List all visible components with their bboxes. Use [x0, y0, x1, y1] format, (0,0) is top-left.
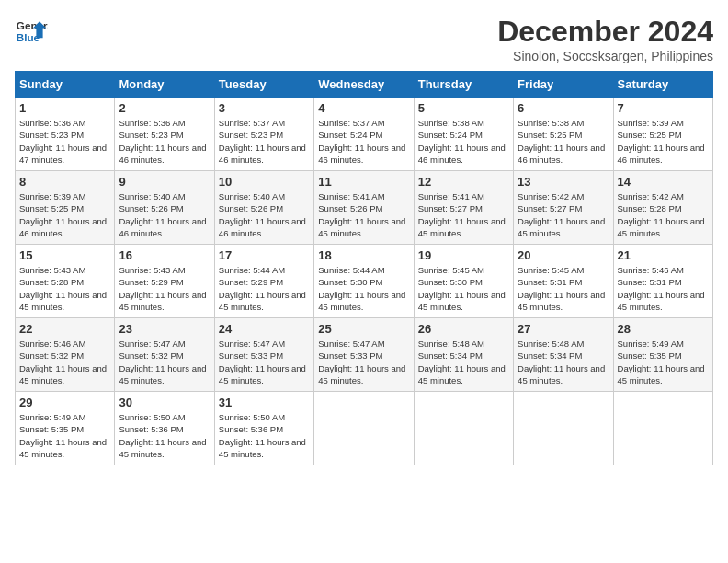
day-number: 8: [19, 175, 110, 189]
table-row: 27 Sunrise: 5:48 AMSunset: 5:34 PMDaylig…: [514, 318, 613, 392]
day-number: 13: [518, 175, 609, 189]
col-sunday: Sunday: [16, 72, 115, 98]
table-row: 19 Sunrise: 5:45 AMSunset: 5:30 PMDaylig…: [414, 245, 513, 318]
day-info: Sunrise: 5:50 AMSunset: 5:36 PMDaylight:…: [219, 411, 310, 460]
logo: General Blue: [15, 15, 48, 48]
table-row: 9 Sunrise: 5:40 AMSunset: 5:26 PMDayligh…: [115, 171, 214, 245]
day-number: 2: [119, 101, 210, 115]
table-row: 11 Sunrise: 5:41 AMSunset: 5:26 PMDaylig…: [314, 171, 414, 245]
table-row: 10 Sunrise: 5:40 AMSunset: 5:26 PMDaylig…: [214, 171, 313, 245]
day-info: Sunrise: 5:41 AMSunset: 5:26 PMDaylight:…: [318, 190, 409, 239]
table-row: 25 Sunrise: 5:47 AMSunset: 5:33 PMDaylig…: [314, 318, 414, 392]
day-number: 29: [19, 396, 110, 409]
day-number: 20: [518, 248, 609, 262]
col-monday: Monday: [115, 72, 214, 98]
day-number: 27: [518, 322, 609, 336]
table-row: 15 Sunrise: 5:43 AMSunset: 5:28 PMDaylig…: [16, 245, 115, 318]
table-row: 20 Sunrise: 5:45 AMSunset: 5:31 PMDaylig…: [514, 245, 613, 318]
table-row: [414, 392, 513, 465]
day-info: Sunrise: 5:48 AMSunset: 5:34 PMDaylight:…: [418, 338, 509, 386]
table-row: 21 Sunrise: 5:46 AMSunset: 5:31 PMDaylig…: [613, 245, 712, 318]
day-number: 12: [418, 175, 509, 189]
table-row: 7 Sunrise: 5:39 AMSunset: 5:25 PMDayligh…: [613, 98, 712, 171]
table-row: 6 Sunrise: 5:38 AMSunset: 5:25 PMDayligh…: [514, 98, 613, 171]
day-number: 16: [119, 248, 210, 262]
header-row: Sunday Monday Tuesday Wednesday Thursday…: [16, 72, 713, 98]
table-row: 18 Sunrise: 5:44 AMSunset: 5:30 PMDaylig…: [314, 245, 414, 318]
day-info: Sunrise: 5:37 AMSunset: 5:23 PMDaylight:…: [219, 117, 310, 166]
table-row: 29 Sunrise: 5:49 AMSunset: 5:35 PMDaylig…: [16, 392, 115, 465]
day-number: 17: [219, 248, 310, 262]
day-number: 31: [219, 396, 310, 409]
table-row: 24 Sunrise: 5:47 AMSunset: 5:33 PMDaylig…: [214, 318, 313, 392]
col-friday: Friday: [514, 72, 613, 98]
logo-icon: General Blue: [15, 15, 48, 48]
day-number: 5: [418, 101, 509, 115]
table-row: 16 Sunrise: 5:43 AMSunset: 5:29 PMDaylig…: [115, 245, 214, 318]
day-number: 15: [19, 248, 110, 262]
day-number: 18: [318, 248, 409, 262]
calendar-week-4: 22 Sunrise: 5:46 AMSunset: 5:32 PMDaylig…: [16, 318, 713, 392]
table-row: [314, 392, 414, 465]
table-row: 5 Sunrise: 5:38 AMSunset: 5:24 PMDayligh…: [414, 98, 513, 171]
day-info: Sunrise: 5:49 AMSunset: 5:35 PMDaylight:…: [618, 338, 709, 386]
day-number: 30: [119, 396, 210, 409]
day-info: Sunrise: 5:40 AMSunset: 5:26 PMDaylight:…: [119, 190, 210, 239]
col-tuesday: Tuesday: [214, 72, 313, 98]
day-info: Sunrise: 5:45 AMSunset: 5:30 PMDaylight:…: [418, 264, 509, 313]
day-info: Sunrise: 5:48 AMSunset: 5:34 PMDaylight:…: [518, 338, 609, 386]
day-number: 1: [19, 101, 110, 115]
table-row: 23 Sunrise: 5:47 AMSunset: 5:32 PMDaylig…: [115, 318, 214, 392]
table-row: 26 Sunrise: 5:48 AMSunset: 5:34 PMDaylig…: [414, 318, 513, 392]
day-info: Sunrise: 5:36 AMSunset: 5:23 PMDaylight:…: [19, 117, 110, 166]
day-number: 23: [119, 322, 210, 336]
calendar-week-1: 1 Sunrise: 5:36 AMSunset: 5:23 PMDayligh…: [16, 98, 713, 171]
day-number: 10: [219, 175, 310, 189]
day-number: 3: [219, 101, 310, 115]
day-info: Sunrise: 5:39 AMSunset: 5:25 PMDaylight:…: [19, 190, 110, 239]
table-row: 31 Sunrise: 5:50 AMSunset: 5:36 PMDaylig…: [214, 392, 313, 465]
table-row: 3 Sunrise: 5:37 AMSunset: 5:23 PMDayligh…: [214, 98, 313, 171]
page-header: General Blue December 2024 Sinolon, Socc…: [15, 15, 713, 63]
title-section: December 2024 Sinolon, Soccsksargen, Phi…: [497, 15, 713, 63]
day-number: 19: [418, 248, 509, 262]
table-row: [613, 392, 712, 465]
day-number: 7: [618, 101, 709, 115]
day-number: 26: [418, 322, 509, 336]
day-info: Sunrise: 5:39 AMSunset: 5:25 PMDaylight:…: [618, 117, 709, 166]
day-info: Sunrise: 5:47 AMSunset: 5:33 PMDaylight:…: [318, 338, 409, 386]
day-number: 22: [19, 322, 110, 336]
col-wednesday: Wednesday: [314, 72, 414, 98]
day-number: 6: [518, 101, 609, 115]
day-info: Sunrise: 5:38 AMSunset: 5:25 PMDaylight:…: [518, 117, 609, 166]
day-info: Sunrise: 5:44 AMSunset: 5:30 PMDaylight:…: [318, 264, 409, 313]
table-row: 12 Sunrise: 5:41 AMSunset: 5:27 PMDaylig…: [414, 171, 513, 245]
table-row: 28 Sunrise: 5:49 AMSunset: 5:35 PMDaylig…: [613, 318, 712, 392]
table-row: 22 Sunrise: 5:46 AMSunset: 5:32 PMDaylig…: [16, 318, 115, 392]
table-row: 30 Sunrise: 5:50 AMSunset: 5:36 PMDaylig…: [115, 392, 214, 465]
day-info: Sunrise: 5:41 AMSunset: 5:27 PMDaylight:…: [418, 190, 509, 239]
table-row: [514, 392, 613, 465]
col-saturday: Saturday: [613, 72, 712, 98]
table-row: 8 Sunrise: 5:39 AMSunset: 5:25 PMDayligh…: [16, 171, 115, 245]
day-info: Sunrise: 5:37 AMSunset: 5:24 PMDaylight:…: [318, 117, 409, 166]
day-info: Sunrise: 5:47 AMSunset: 5:32 PMDaylight:…: [119, 338, 210, 386]
day-info: Sunrise: 5:43 AMSunset: 5:29 PMDaylight:…: [119, 264, 210, 313]
day-number: 9: [119, 175, 210, 189]
calendar-week-3: 15 Sunrise: 5:43 AMSunset: 5:28 PMDaylig…: [16, 245, 713, 318]
calendar-week-2: 8 Sunrise: 5:39 AMSunset: 5:25 PMDayligh…: [16, 171, 713, 245]
day-info: Sunrise: 5:46 AMSunset: 5:32 PMDaylight:…: [19, 338, 110, 386]
table-row: 4 Sunrise: 5:37 AMSunset: 5:24 PMDayligh…: [314, 98, 414, 171]
day-info: Sunrise: 5:49 AMSunset: 5:35 PMDaylight:…: [19, 411, 110, 460]
day-info: Sunrise: 5:45 AMSunset: 5:31 PMDaylight:…: [518, 264, 609, 313]
calendar-week-5: 29 Sunrise: 5:49 AMSunset: 5:35 PMDaylig…: [16, 392, 713, 465]
day-info: Sunrise: 5:40 AMSunset: 5:26 PMDaylight:…: [219, 190, 310, 239]
day-number: 21: [618, 248, 709, 262]
day-number: 14: [618, 175, 709, 189]
day-info: Sunrise: 5:47 AMSunset: 5:33 PMDaylight:…: [219, 338, 310, 386]
day-number: 25: [318, 322, 409, 336]
day-info: Sunrise: 5:38 AMSunset: 5:24 PMDaylight:…: [418, 117, 509, 166]
day-info: Sunrise: 5:42 AMSunset: 5:28 PMDaylight:…: [618, 190, 709, 239]
day-info: Sunrise: 5:43 AMSunset: 5:28 PMDaylight:…: [19, 264, 110, 313]
table-row: 2 Sunrise: 5:36 AMSunset: 5:23 PMDayligh…: [115, 98, 214, 171]
